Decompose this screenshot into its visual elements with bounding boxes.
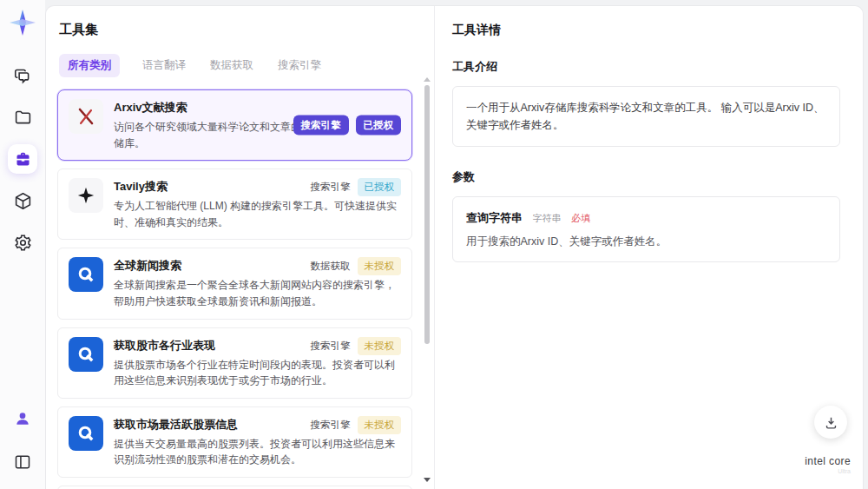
- tool-name: 获取市场最活跃股票信息: [114, 416, 238, 433]
- tab-search-engine[interactable]: 搜索引擎: [276, 54, 323, 77]
- param-name: 查询字符串: [466, 211, 523, 224]
- tab-data-fetch[interactable]: 数据获取: [208, 54, 255, 77]
- scrollbar-down-arrow-icon[interactable]: [424, 478, 431, 482]
- gear-icon[interactable]: [8, 228, 37, 257]
- main-panel: 工具集 所有类别 语言翻译 数据获取 搜索引擎 A: [45, 5, 864, 489]
- magnifier-q-icon: [69, 337, 103, 372]
- tool-name: 获取股市各行业表现: [114, 337, 215, 354]
- tool-name: Arxiv文献搜索: [114, 99, 401, 116]
- app-window: 工具集 所有类别 语言翻译 数据获取 搜索引擎 A: [0, 0, 868, 489]
- tool-list-panel: 工具集 所有类别 语言翻译 数据获取 搜索引擎 A: [46, 6, 435, 489]
- param-type: 字符串: [532, 213, 561, 223]
- category-tabs: 所有类别 语言翻译 数据获取 搜索引擎: [57, 54, 415, 77]
- tool-name: Tavily搜索: [114, 178, 168, 195]
- tool-list: Arxiv文献搜索 访问各个研究领域大量科学论文和文章的存储库。 搜索引擎 已授…: [57, 89, 415, 489]
- folder-icon[interactable]: [8, 102, 37, 132]
- toolbox-icon[interactable]: [8, 144, 37, 174]
- package-icon[interactable]: [8, 186, 37, 215]
- tool-description: 访问各个研究领域大量科学论文和文章的存储库。: [114, 119, 313, 151]
- magnifier-q-icon: [69, 416, 103, 451]
- download-icon: [824, 415, 838, 430]
- status-badge: 未授权: [358, 257, 402, 275]
- tool-description: 提供股票市场各个行业在特定时间段内的表现。投资者可以利用这些信息来识别表现优于或…: [114, 357, 401, 389]
- status-badge: 已授权: [358, 178, 402, 196]
- param-required-label: 必填: [571, 213, 590, 223]
- intro-heading: 工具介绍: [452, 59, 840, 75]
- page-title: 工具集: [57, 22, 415, 38]
- tool-card-active-stocks[interactable]: 获取市场最活跃股票信息 搜索引擎 未授权 提供当天交易量最高的股票列表。投资者可…: [57, 406, 412, 478]
- panel-toggle-icon[interactable]: [8, 447, 37, 477]
- tool-detail-panel: 工具详情 工具介绍 一个用于从Arxiv存储库搜索科学论文和文章的工具。 输入可…: [435, 6, 863, 489]
- tool-card-sector-performance[interactable]: 获取股市各行业表现 搜索引擎 未授权 提供股票市场各个行业在特定时间段内的表现。…: [57, 327, 412, 399]
- tool-name: 全球新闻搜索: [114, 257, 181, 274]
- category-badge: 搜索引擎: [311, 178, 351, 196]
- param-description: 用于搜索的Arxiv ID、关键字或作者姓名。: [466, 235, 826, 249]
- user-icon[interactable]: [8, 404, 37, 433]
- star-icon: [69, 178, 103, 213]
- params-heading: 参数: [452, 169, 840, 185]
- status-badge: 未授权: [358, 337, 402, 355]
- brand-text: intel core: [805, 455, 851, 467]
- category-badge: 搜索引擎: [311, 337, 351, 355]
- category-badge: 数据获取: [311, 257, 351, 275]
- status-badge: 已授权: [356, 116, 402, 135]
- tool-card-global-news[interactable]: 全球新闻搜索 数据获取 未授权 全球新闻搜索是一个聚合全球各大新闻网站内容的搜索…: [57, 248, 412, 319]
- category-badge: 搜索引擎: [293, 116, 349, 135]
- tab-all-categories[interactable]: 所有类别: [59, 54, 120, 77]
- param-item: 查询字符串 字符串 必填 用于搜索的Arxiv ID、关键字或作者姓名。: [452, 196, 840, 262]
- brand-sub-text: Ultra: [805, 468, 851, 474]
- tab-language-translation[interactable]: 语言翻译: [141, 54, 187, 77]
- category-badge: 搜索引擎: [311, 416, 351, 434]
- scrollbar-up-arrow-icon[interactable]: [424, 77, 431, 82]
- tool-description: 全球新闻搜索是一个聚合全球各大新闻网站内容的搜索引擎，帮助用户快速获取全球最新资…: [114, 277, 401, 309]
- status-badge: 未授权: [358, 416, 402, 434]
- sidebar-nav: [8, 61, 37, 257]
- intel-core-logo: intel core Ultra: [805, 455, 851, 474]
- tool-card-tavily[interactable]: Tavily搜索 搜索引擎 已授权 专为人工智能代理 (LLM) 构建的搜索引擎…: [57, 169, 412, 240]
- download-button[interactable]: [814, 406, 847, 439]
- chat-icon[interactable]: [8, 61, 37, 90]
- app-logo-icon: [7, 7, 38, 38]
- tool-description: 提供当天交易量最高的股票列表。投资者可以利用这些信息来识别流动性强的股票和潜在的…: [114, 436, 401, 468]
- scrollbar-thumb[interactable]: [424, 85, 430, 344]
- sidebar: [0, 0, 45, 489]
- list-scrollbar[interactable]: [424, 77, 431, 482]
- intro-box: 一个用于从Arxiv存储库搜索科学论文和文章的工具。 输入可以是Arxiv ID…: [452, 86, 840, 147]
- tool-card-regional-news[interactable]: 万维地区新闻查询 搜索引擎 未授权 查询具体行政区划内的新闻，快速了解各地新闻动…: [57, 486, 412, 489]
- tool-description: 专为人工智能代理 (LLM) 构建的搜索引擎工具。可快速提供实时、准确和真实的结…: [114, 198, 401, 230]
- arxiv-icon: [69, 99, 103, 134]
- magnifier-q-icon: [69, 257, 103, 292]
- detail-title: 工具详情: [452, 23, 840, 38]
- sidebar-bottom: [8, 404, 37, 477]
- tool-card-arxiv[interactable]: Arxiv文献搜索 访问各个研究领域大量科学论文和文章的存储库。 搜索引擎 已授…: [57, 89, 412, 161]
